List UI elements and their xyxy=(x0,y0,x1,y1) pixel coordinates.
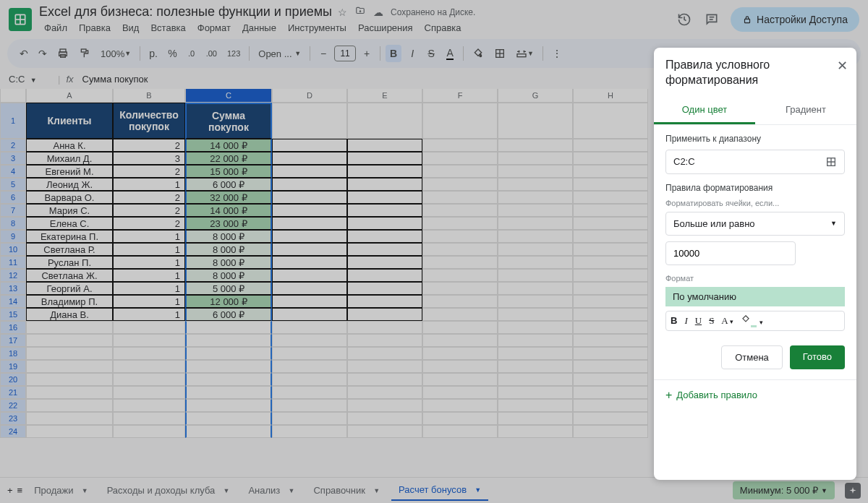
italic-button[interactable]: I xyxy=(684,315,687,327)
row-header[interactable]: 14 xyxy=(0,295,26,308)
percent-button[interactable]: % xyxy=(164,45,180,62)
more-formats-button[interactable]: 123 xyxy=(224,46,244,61)
menu-Правка[interactable]: Правка xyxy=(74,21,116,35)
cell[interactable]: 23 000 ₽ xyxy=(185,217,272,230)
doc-title[interactable]: Excel для бизнеса: полезные функции и пр… xyxy=(39,4,332,20)
font-size-decrease[interactable]: − xyxy=(315,45,331,62)
row-header[interactable]: 4 xyxy=(0,165,26,178)
cell[interactable]: 1 xyxy=(113,256,185,269)
cell[interactable]: 8 000 ₽ xyxy=(185,243,272,256)
col-header[interactable]: B xyxy=(113,89,185,103)
increase-decimals-button[interactable]: .00 xyxy=(203,46,221,61)
cell[interactable]: 1 xyxy=(113,269,185,282)
row-header[interactable]: 22 xyxy=(0,399,26,412)
currency-button[interactable]: р. xyxy=(145,45,161,62)
select-all[interactable] xyxy=(0,89,26,103)
row-header[interactable]: 1 xyxy=(0,103,26,139)
row-header[interactable]: 2 xyxy=(0,139,26,152)
borders-button[interactable] xyxy=(490,45,509,62)
cell[interactable]: 8 000 ₽ xyxy=(185,256,272,269)
row-header[interactable]: 9 xyxy=(0,230,26,243)
bold-button[interactable]: B xyxy=(671,315,677,326)
close-icon[interactable]: ✕ xyxy=(837,58,848,74)
condition-value-input[interactable] xyxy=(665,241,796,265)
cell[interactable]: 8 000 ₽ xyxy=(185,230,272,243)
sheet-tab[interactable]: Расчет бонусов ▼ xyxy=(391,480,488,501)
col-header[interactable]: F xyxy=(422,89,498,103)
move-icon[interactable] xyxy=(354,6,366,18)
row-header[interactable]: 7 xyxy=(0,204,26,217)
cell[interactable]: 2 xyxy=(113,165,185,178)
cell[interactable]: 1 xyxy=(113,282,185,295)
cell[interactable]: 6 000 ₽ xyxy=(185,308,272,321)
cell[interactable]: Владимир П. xyxy=(26,295,113,308)
zoom-select[interactable]: 100% ▼ xyxy=(97,46,135,62)
menu-Данные[interactable]: Данные xyxy=(237,21,281,35)
strike-button[interactable]: S xyxy=(423,45,439,62)
cell[interactable]: 6 000 ₽ xyxy=(185,178,272,191)
cell[interactable]: 1 xyxy=(113,178,185,191)
row-header[interactable]: 20 xyxy=(0,373,26,386)
row-header[interactable]: 17 xyxy=(0,334,26,347)
sheet-tab[interactable]: Анализ ▼ xyxy=(241,480,302,501)
menu-Вид[interactable]: Вид xyxy=(117,21,145,35)
col-header[interactable]: G xyxy=(498,89,573,103)
sheet-tab[interactable]: Продажи ▼ xyxy=(27,480,95,501)
cell[interactable]: Руслан П. xyxy=(26,256,113,269)
cell[interactable]: 1 xyxy=(113,295,185,308)
cell[interactable]: Евгений М. xyxy=(26,165,113,178)
cell[interactable]: 2 xyxy=(113,217,185,230)
cell[interactable]: 8 000 ₽ xyxy=(185,269,272,282)
cell[interactable]: 2 xyxy=(113,139,185,152)
cell[interactable]: 32 000 ₽ xyxy=(185,191,272,204)
condition-select[interactable]: Больше или равно▼ xyxy=(665,212,845,236)
sheet-tab[interactable]: Справочник ▼ xyxy=(306,480,387,501)
menu-Файл[interactable]: Файл xyxy=(39,21,72,35)
row-header[interactable]: 5 xyxy=(0,178,26,191)
col-header[interactable]: A xyxy=(26,89,113,103)
row-header[interactable]: 10 xyxy=(0,243,26,256)
cell[interactable]: 14 000 ₽ xyxy=(185,204,272,217)
italic-button[interactable]: I xyxy=(404,45,420,62)
cloud-icon[interactable]: ☁ xyxy=(373,7,383,18)
cell[interactable]: 1 xyxy=(113,230,185,243)
cell[interactable]: Диана В. xyxy=(26,308,113,321)
more-toolbar-button[interactable]: ⋮ xyxy=(548,45,566,62)
cell[interactable]: 5 000 ₽ xyxy=(185,282,272,295)
add-rule-button[interactable]: +Добавить правило xyxy=(654,379,856,410)
cell[interactable]: Анна К. xyxy=(26,139,113,152)
col-header[interactable]: C xyxy=(185,89,272,103)
star-icon[interactable]: ☆ xyxy=(338,7,347,18)
cell[interactable]: Светлана Р. xyxy=(26,243,113,256)
redo-button[interactable]: ↷ xyxy=(35,45,51,62)
tab-single-color[interactable]: Один цвет xyxy=(654,97,755,124)
col-header[interactable]: H xyxy=(573,89,648,103)
cell[interactable]: Георгий А. xyxy=(26,282,113,295)
share-button[interactable]: Настройки Доступа xyxy=(731,7,859,32)
row-header[interactable]: 11 xyxy=(0,256,26,269)
row-header[interactable]: 23 xyxy=(0,412,26,425)
quick-sum-chip[interactable]: Минимум: 5 000 ₽ ▼ xyxy=(733,481,835,499)
cell[interactable]: 2 xyxy=(113,204,185,217)
cell[interactable]: Михаил Д. xyxy=(26,152,113,165)
text-color-button[interactable]: A xyxy=(442,44,458,63)
print-button[interactable] xyxy=(54,45,72,62)
comment-icon[interactable] xyxy=(703,11,720,28)
all-sheets-button[interactable]: ≡ xyxy=(17,485,23,496)
col-header[interactable]: D xyxy=(272,89,347,103)
row-header[interactable]: 19 xyxy=(0,360,26,373)
underline-button[interactable]: U xyxy=(695,315,702,327)
text-color-button[interactable]: A ▾ xyxy=(721,315,733,327)
merge-button[interactable]: ▼ xyxy=(512,45,537,62)
add-sheet-button[interactable]: + xyxy=(7,485,13,496)
font-size-increase[interactable]: + xyxy=(359,45,375,62)
cell[interactable]: Варвара О. xyxy=(26,191,113,204)
cell[interactable]: 15 000 ₽ xyxy=(185,165,272,178)
fill-color-button[interactable] xyxy=(469,45,488,62)
cell[interactable]: 1 xyxy=(113,243,185,256)
menu-Расширения[interactable]: Расширения xyxy=(353,21,418,35)
header-cell[interactable]: Количество покупок xyxy=(113,103,185,139)
row-header[interactable]: 18 xyxy=(0,347,26,360)
cell[interactable]: Леонид Ж. xyxy=(26,178,113,191)
cell[interactable]: 22 000 ₽ xyxy=(185,152,272,165)
